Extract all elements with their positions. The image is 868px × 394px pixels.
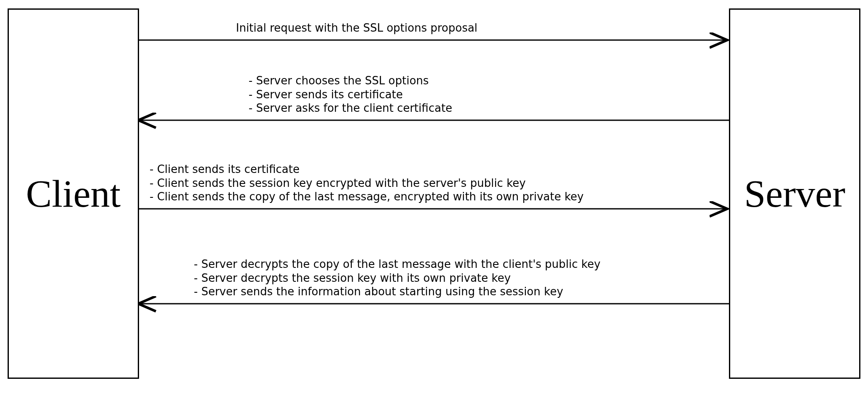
- label-m2-line-1: - Server sends its certificate: [249, 88, 452, 102]
- label-m3: - Client sends its certificate - Client …: [150, 162, 584, 204]
- label-m1-line-0: Initial request with the SSL options pro…: [236, 21, 477, 35]
- label-m3-line-2: - Client sends the copy of the last mess…: [150, 190, 584, 204]
- label-m2: - Server chooses the SSL options - Serve…: [249, 74, 452, 115]
- server-label: Server: [744, 171, 845, 216]
- label-m3-line-0: - Client sends its certificate: [150, 162, 584, 176]
- label-m4-line-1: - Server decrypts the session key with i…: [194, 271, 600, 285]
- label-m4-line-0: - Server decrypts the copy of the last m…: [194, 257, 600, 271]
- label-m4: - Server decrypts the copy of the last m…: [194, 257, 600, 299]
- label-m3-line-1: - Client sends the session key encrypted…: [150, 176, 584, 190]
- client-label: Client: [26, 171, 121, 216]
- label-m2-line-0: - Server chooses the SSL options: [249, 74, 452, 88]
- label-m4-line-2: - Server sends the information about sta…: [194, 285, 600, 299]
- client-box: Client: [8, 8, 139, 379]
- label-m2-line-2: - Server asks for the client certificate: [249, 101, 452, 115]
- label-m1: Initial request with the SSL options pro…: [236, 21, 477, 35]
- server-box: Server: [729, 8, 860, 379]
